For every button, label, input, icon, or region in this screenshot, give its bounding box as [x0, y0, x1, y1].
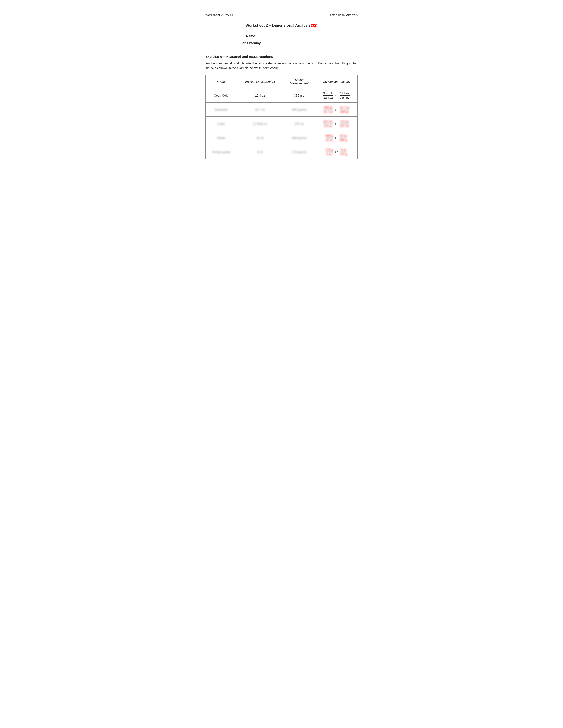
cell-product: Coca Cola: [205, 88, 237, 103]
name-field: Name: [218, 34, 345, 38]
cell-english: 32 oz: [237, 131, 283, 145]
cell-product: Capri: [205, 117, 237, 131]
col-conversion: Conversion Factors: [315, 75, 358, 88]
cell-conversion: 896 g 32 oz or 32 oz 896 g: [315, 131, 358, 145]
cell-metric: 896 grams: [283, 131, 315, 145]
table-row: Coca Cola12 fl oz355 mL 355 mL 12 fl oz …: [205, 88, 358, 103]
cell-metric: 355 mL: [283, 88, 315, 103]
table-row: Tomato paste6 oz170 grams 170 g 6 oz or …: [205, 145, 358, 159]
exercise-description: For the commercial products listed below…: [205, 61, 358, 70]
col-english: English Measurement: [237, 75, 283, 88]
cell-metric: 980 grams: [283, 103, 315, 117]
col-metric: MetricMeasurement: [283, 75, 315, 88]
header-left: Worksheet 2 Rev 11: [205, 13, 233, 17]
cell-product: Tomato paste: [205, 145, 237, 159]
cell-english: 12 fl oz: [237, 88, 283, 103]
table-row: Gatorade32.7 oz980 grams 899 gr 31.7 oz …: [205, 103, 358, 117]
col-product: Product: [205, 75, 237, 88]
page-header: Worksheet 2 Rev 11 Dimensional Analysis: [205, 13, 358, 17]
cell-conversion: 237 mL 8 fl oz or 8 fl oz 237 mL: [315, 117, 358, 131]
lab-field: Lab time/day: [218, 41, 345, 45]
cell-conversion: 899 gr 31.7 oz or 31.7 oz 899 gr: [315, 103, 358, 117]
cell-conversion: 355 mL 12 fl oz or 12 fl oz 355 mL: [315, 88, 358, 103]
header-right: Dimensional Analysis: [329, 13, 358, 17]
cell-metric: 170 grams: [283, 145, 315, 159]
cell-product: Gatorade: [205, 103, 237, 117]
table-header-row: Product English Measurement MetricMeasur…: [205, 75, 358, 88]
cell-conversion: 170 g 6 oz or 6 oz 170 g: [315, 145, 358, 159]
cell-english: 6 oz: [237, 145, 283, 159]
page-title: Worksheet 2 – Dimensional Analysis(32): [205, 23, 358, 28]
exercise-title: Exercise A – Measured and Exact Numbers: [205, 55, 358, 58]
table-row: Pasta32 oz896 grams 896 g 32 oz or 32 oz…: [205, 131, 358, 145]
cell-metric: 237 oz: [283, 117, 315, 131]
conversion-table: Product English Measurement MetricMeasur…: [205, 75, 358, 159]
cell-english: 32.7 oz: [237, 103, 283, 117]
form-section: Name Lab time/day: [205, 34, 358, 48]
table-row: Capri17 fluid oz237 oz 237 mL 8 fl oz or…: [205, 117, 358, 131]
cell-product: Pasta: [205, 131, 237, 145]
cell-english: 17 fluid oz: [237, 117, 283, 131]
